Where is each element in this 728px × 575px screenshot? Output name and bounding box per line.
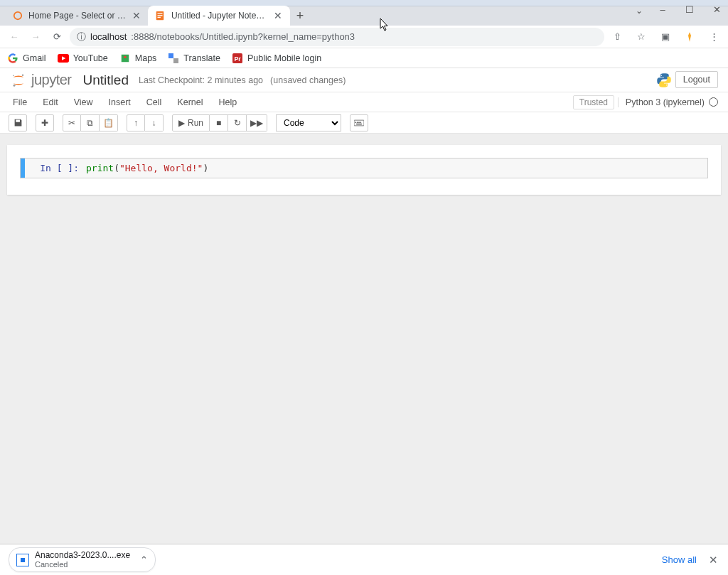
interrupt-button[interactable]: ■ <box>210 114 228 131</box>
new-tab-button[interactable]: + <box>290 6 310 26</box>
bookmark-youtube[interactable]: YouTube <box>58 53 108 64</box>
kernel-indicator[interactable]: Python 3 (ipykernel) <box>618 97 718 107</box>
browser-menu-icon[interactable]: ⋮ <box>705 28 722 45</box>
show-all-downloads[interactable]: Show all <box>662 554 697 565</box>
menu-kernel[interactable]: Kernel <box>177 97 203 107</box>
move-up-button[interactable]: ↑ <box>127 114 145 131</box>
maximize-button[interactable]: ☐ <box>682 4 697 15</box>
download-item[interactable]: Anaconda3-2023.0....exe Canceled ⌃ <box>9 547 156 572</box>
bookmark-translate[interactable]: Translate <box>168 53 220 64</box>
move-down-button[interactable]: ↓ <box>145 114 164 131</box>
tabs-dropdown-icon[interactable]: ⌄ <box>636 6 643 16</box>
notebook-area: In [ ]: print("Hello, World!") <box>0 134 728 544</box>
unsaved-text: (unsaved changes) <box>270 75 346 85</box>
svg-point-6 <box>124 55 127 58</box>
jupyter-header: jupyter Untitled Last Checkpoint: 2 minu… <box>0 68 728 92</box>
notebook-favicon <box>155 10 166 21</box>
reload-button[interactable]: ⟳ <box>48 28 65 45</box>
window-controls: – ☐ ✕ <box>655 4 724 15</box>
notebook-container: In [ ]: print("Hello, World!") <box>7 145 721 195</box>
minimize-button[interactable]: – <box>655 4 670 15</box>
jupyter-logo[interactable]: jupyter <box>10 72 72 89</box>
cut-button[interactable]: ✂ <box>63 114 81 131</box>
share-icon[interactable]: ⇧ <box>609 28 626 45</box>
close-icon[interactable]: ✕ <box>132 11 141 21</box>
svg-text:Pr: Pr <box>234 55 241 62</box>
site-info-icon[interactable]: ⓘ <box>77 31 86 43</box>
cell-code[interactable]: print("Hello, World!") <box>82 158 707 178</box>
download-status: Canceled <box>35 560 130 569</box>
browser-tab-home[interactable]: Home Page - Select or create a n… ✕ <box>6 6 148 26</box>
cell-prompt: In [ ]: <box>25 158 82 178</box>
checkpoint-text: Last Checkpoint: 2 minutes ago <box>139 75 263 85</box>
svg-rect-8 <box>173 58 178 63</box>
svg-rect-3 <box>158 15 163 16</box>
menubar: File Edit View Insert Cell Kernel Help T… <box>0 92 728 112</box>
jupyter-favicon <box>13 10 23 21</box>
notebook-title[interactable]: Untitled <box>83 72 129 88</box>
menu-help[interactable]: Help <box>219 97 237 107</box>
menu-file[interactable]: File <box>13 97 27 107</box>
trusted-indicator[interactable]: Trusted <box>573 95 614 109</box>
restart-run-all-button[interactable]: ▶▶ <box>247 114 267 131</box>
svg-rect-15 <box>355 122 357 123</box>
public-mobile-icon: Pr <box>232 53 243 64</box>
browser-tabs: Home Page - Select or create a n… ✕ Unti… <box>0 6 728 26</box>
menu-edit[interactable]: Edit <box>43 97 58 107</box>
svg-point-11 <box>22 74 23 75</box>
paste-button[interactable]: 📋 <box>100 114 118 131</box>
svg-point-12 <box>14 84 16 86</box>
restart-button[interactable]: ↻ <box>228 114 247 131</box>
svg-rect-18 <box>360 122 362 123</box>
svg-rect-19 <box>356 123 362 124</box>
menu-cell[interactable]: Cell <box>146 97 162 107</box>
panel-icon[interactable]: ▣ <box>657 28 674 45</box>
bookmark-gmail[interactable]: Gmail <box>7 53 46 64</box>
download-name: Anaconda3-2023.0....exe <box>35 551 130 560</box>
download-file-icon <box>16 554 29 566</box>
url-rest: :8888/notebooks/Untitled.ipynb?kernel_na… <box>131 31 355 42</box>
bookmark-public-mobile[interactable]: Pr Public Mobile login <box>232 53 321 64</box>
translate-icon <box>168 53 179 64</box>
kernel-name: Python 3 (ipykernel) <box>626 97 705 107</box>
address-toolbar: ← → ⟳ ⓘ localhost:8888/notebooks/Untitle… <box>0 26 728 48</box>
jupyter-logo-text: jupyter <box>31 72 72 88</box>
close-shelf-button[interactable]: ✕ <box>709 554 718 566</box>
insert-cell-button[interactable]: ✚ <box>36 114 54 131</box>
code-cell[interactable]: In [ ]: print("Hello, World!") <box>20 158 708 178</box>
downloads-shelf: Anaconda3-2023.0....exe Canceled ⌃ Show … <box>0 544 728 575</box>
toolbar: ✚ ✂ ⧉ 📋 ↑ ↓ ▶ Run ■ ↻ ▶▶ Code <box>0 112 728 134</box>
bookmarks-bar: Gmail YouTube Maps Translate Pr Public M… <box>0 48 728 68</box>
save-button[interactable] <box>9 114 27 131</box>
kernel-status-icon <box>709 97 718 107</box>
svg-rect-7 <box>168 53 173 58</box>
cell-type-select[interactable]: Code <box>276 114 341 131</box>
run-button[interactable]: ▶ Run <box>172 114 210 131</box>
close-icon[interactable]: ✕ <box>274 11 283 21</box>
svg-rect-16 <box>357 122 358 123</box>
svg-point-0 <box>14 12 22 20</box>
command-palette-button[interactable] <box>350 114 368 131</box>
bookmark-star-icon[interactable]: ☆ <box>633 28 650 45</box>
bookmark-maps[interactable]: Maps <box>119 53 157 64</box>
close-window-button[interactable]: ✕ <box>710 4 724 15</box>
youtube-icon <box>58 53 69 64</box>
svg-point-13 <box>13 75 14 76</box>
browser-tab-notebook[interactable]: Untitled - Jupyter Notebook ✕ <box>148 6 290 26</box>
maps-icon <box>119 53 131 64</box>
logout-button[interactable]: Logout <box>675 71 718 88</box>
gmail-icon <box>7 53 18 64</box>
tab-title: Untitled - Jupyter Notebook <box>171 11 268 21</box>
forward-button[interactable]: → <box>27 28 44 45</box>
menu-insert[interactable]: Insert <box>109 97 131 107</box>
svg-rect-2 <box>158 14 163 14</box>
svg-rect-4 <box>158 17 161 18</box>
menu-view[interactable]: View <box>74 97 93 107</box>
extension-icon[interactable] <box>681 28 698 45</box>
address-bar[interactable]: ⓘ localhost:8888/notebooks/Untitled.ipyn… <box>70 28 604 46</box>
copy-button[interactable]: ⧉ <box>81 114 100 131</box>
back-button[interactable]: ← <box>6 28 23 45</box>
url-host: localhost <box>90 31 127 42</box>
svg-rect-20 <box>21 558 25 562</box>
chevron-up-icon[interactable]: ⌃ <box>136 554 148 565</box>
